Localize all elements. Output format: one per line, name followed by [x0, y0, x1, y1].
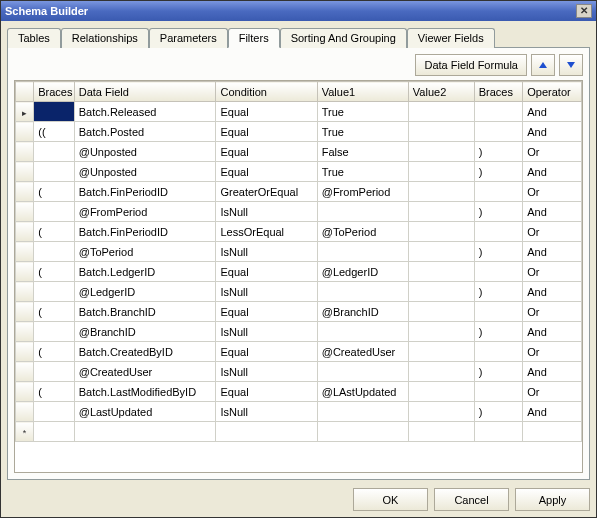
condition-cell[interactable]: GreaterOrEqual — [216, 182, 317, 202]
column-header[interactable]: Operator — [523, 82, 582, 102]
value2-cell[interactable] — [408, 362, 474, 382]
braces-close-cell[interactable]: ) — [474, 142, 523, 162]
column-header[interactable]: Condition — [216, 82, 317, 102]
value1-cell[interactable]: @CreatedUser — [317, 342, 408, 362]
operator-cell[interactable]: Or — [523, 382, 582, 402]
table-row[interactable]: @BranchIDIsNull)And — [16, 322, 582, 342]
data-field-cell[interactable]: @BranchID — [74, 322, 216, 342]
condition-cell[interactable]: Equal — [216, 262, 317, 282]
braces-close-cell[interactable]: ) — [474, 162, 523, 182]
data-field-cell[interactable]: Batch.CreatedByID — [74, 342, 216, 362]
data-field-cell[interactable]: Batch.LastModifiedByID — [74, 382, 216, 402]
braces-close-cell[interactable]: ) — [474, 402, 523, 422]
braces-open-cell[interactable] — [34, 162, 75, 182]
value1-cell[interactable] — [317, 282, 408, 302]
value2-cell[interactable] — [408, 322, 474, 342]
table-row[interactable]: @FromPeriodIsNull)And — [16, 202, 582, 222]
value2-cell[interactable] — [408, 402, 474, 422]
tab-parameters[interactable]: Parameters — [149, 28, 228, 48]
table-row[interactable]: @CreatedUserIsNull)And — [16, 362, 582, 382]
table-row[interactable]: (Batch.FinPeriodIDLessOrEqual@ToPeriodOr — [16, 222, 582, 242]
table-row[interactable]: ▸Batch.ReleasedEqualTrueAnd — [16, 102, 582, 122]
close-icon[interactable]: ✕ — [576, 4, 592, 18]
data-field-cell[interactable]: Batch.FinPeriodID — [74, 182, 216, 202]
value1-cell[interactable] — [317, 242, 408, 262]
apply-button[interactable]: Apply — [515, 488, 590, 511]
condition-cell[interactable]: IsNull — [216, 282, 317, 302]
table-row[interactable]: ((Batch.PostedEqualTrueAnd — [16, 122, 582, 142]
value1-cell[interactable]: @ToPeriod — [317, 222, 408, 242]
table-row[interactable]: (Batch.LastModifiedByIDEqual@LAstUpdated… — [16, 382, 582, 402]
value2-cell[interactable] — [408, 122, 474, 142]
braces-open-cell[interactable]: ( — [34, 182, 75, 202]
table-row[interactable]: (Batch.FinPeriodIDGreaterOrEqual@FromPer… — [16, 182, 582, 202]
table-row[interactable]: @ToPeriodIsNull)And — [16, 242, 582, 262]
operator-cell[interactable]: Or — [523, 222, 582, 242]
value1-cell[interactable]: True — [317, 122, 408, 142]
operator-cell[interactable]: And — [523, 162, 582, 182]
condition-cell[interactable]: IsNull — [216, 322, 317, 342]
value2-cell[interactable] — [408, 282, 474, 302]
braces-open-cell[interactable] — [34, 242, 75, 262]
data-field-cell[interactable]: @LedgerID — [74, 282, 216, 302]
data-field-formula-button[interactable]: Data Field Formula — [415, 54, 527, 76]
operator-cell[interactable]: And — [523, 242, 582, 262]
condition-cell[interactable]: Equal — [216, 122, 317, 142]
braces-open-cell[interactable] — [34, 202, 75, 222]
value2-cell[interactable] — [408, 422, 474, 442]
braces-open-cell[interactable]: ( — [34, 342, 75, 362]
value2-cell[interactable] — [408, 182, 474, 202]
braces-open-cell[interactable]: (( — [34, 122, 75, 142]
tab-sorting-and-grouping[interactable]: Sorting And Grouping — [280, 28, 407, 48]
operator-cell[interactable] — [523, 422, 582, 442]
table-row[interactable]: @UnpostedEqualFalse)Or — [16, 142, 582, 162]
operator-cell[interactable]: Or — [523, 342, 582, 362]
operator-cell[interactable]: And — [523, 282, 582, 302]
column-header[interactable]: Braces — [474, 82, 523, 102]
condition-cell[interactable]: Equal — [216, 342, 317, 362]
column-header[interactable]: Braces — [34, 82, 75, 102]
value2-cell[interactable] — [408, 162, 474, 182]
condition-cell[interactable]: Equal — [216, 142, 317, 162]
braces-close-cell[interactable] — [474, 422, 523, 442]
table-row[interactable]: * — [16, 422, 582, 442]
braces-close-cell[interactable]: ) — [474, 202, 523, 222]
move-up-button[interactable] — [531, 54, 555, 76]
ok-button[interactable]: OK — [353, 488, 428, 511]
value2-cell[interactable] — [408, 142, 474, 162]
value1-cell[interactable]: @BranchID — [317, 302, 408, 322]
condition-cell[interactable]: Equal — [216, 302, 317, 322]
condition-cell[interactable]: Equal — [216, 162, 317, 182]
operator-cell[interactable]: And — [523, 322, 582, 342]
table-row[interactable]: (Batch.BranchIDEqual@BranchIDOr — [16, 302, 582, 322]
tab-filters[interactable]: Filters — [228, 28, 280, 48]
move-down-button[interactable] — [559, 54, 583, 76]
operator-cell[interactable]: Or — [523, 262, 582, 282]
operator-cell[interactable]: Or — [523, 302, 582, 322]
value1-cell[interactable]: @FromPeriod — [317, 182, 408, 202]
condition-cell[interactable]: IsNull — [216, 202, 317, 222]
data-field-cell[interactable]: @Unposted — [74, 142, 216, 162]
condition-cell[interactable]: IsNull — [216, 402, 317, 422]
value1-cell[interactable] — [317, 202, 408, 222]
data-field-cell[interactable]: Batch.Released — [74, 102, 216, 122]
braces-open-cell[interactable]: ( — [34, 262, 75, 282]
operator-cell[interactable]: And — [523, 202, 582, 222]
braces-open-cell[interactable] — [34, 102, 75, 122]
operator-cell[interactable]: Or — [523, 142, 582, 162]
operator-cell[interactable]: And — [523, 102, 582, 122]
data-field-cell[interactable]: @ToPeriod — [74, 242, 216, 262]
table-row[interactable]: @UnpostedEqualTrue)And — [16, 162, 582, 182]
cancel-button[interactable]: Cancel — [434, 488, 509, 511]
table-row[interactable]: (Batch.LedgerIDEqual@LedgerIDOr — [16, 262, 582, 282]
braces-close-cell[interactable] — [474, 222, 523, 242]
braces-open-cell[interactable] — [34, 282, 75, 302]
value2-cell[interactable] — [408, 202, 474, 222]
value1-cell[interactable] — [317, 402, 408, 422]
braces-close-cell[interactable] — [474, 262, 523, 282]
table-row[interactable]: @LastUpdatedIsNull)And — [16, 402, 582, 422]
operator-cell[interactable]: And — [523, 402, 582, 422]
value1-cell[interactable]: @LedgerID — [317, 262, 408, 282]
braces-open-cell[interactable] — [34, 422, 75, 442]
operator-cell[interactable]: And — [523, 362, 582, 382]
